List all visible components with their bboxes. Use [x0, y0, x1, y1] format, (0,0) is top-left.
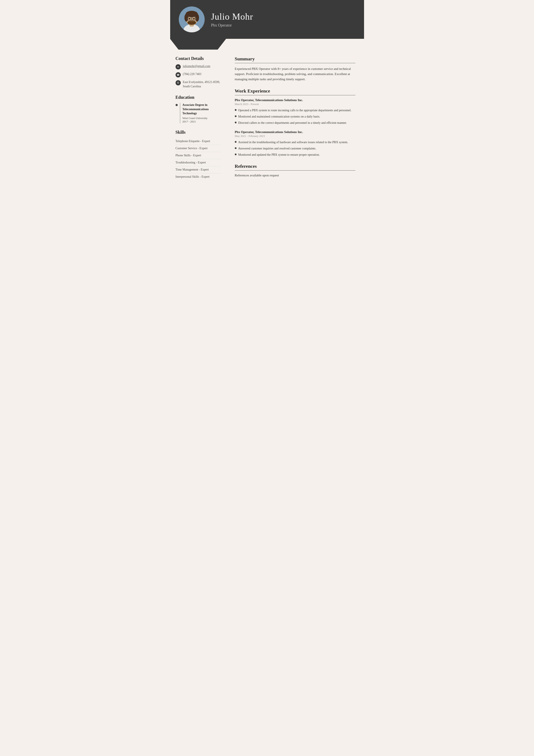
education-degree: Associate Degree in Telecommunications T… [183, 103, 221, 116]
svg-point-5 [184, 14, 188, 21]
contact-email-item: ✉ juliomohr@gmail.com [176, 64, 221, 69]
bullet-dot [235, 147, 237, 149]
work-experience-title: Work Experience [235, 88, 355, 95]
skill-item: Troubleshooting - Expert [176, 159, 221, 166]
bullet-dot [235, 115, 237, 117]
contact-phone-item: ☎ (784) 220 7403 [176, 72, 221, 77]
skill-item: Customer Service - Expert [176, 145, 221, 152]
svg-point-13 [193, 18, 195, 20]
location-icon: ⦿ [176, 80, 181, 85]
candidate-name: Julio Mohr [211, 12, 253, 22]
education-item: Associate Degree in Telecommunications T… [176, 103, 221, 123]
contact-phone: (784) 220 7403 [183, 72, 201, 76]
svg-point-14 [188, 20, 196, 25]
chevron-decoration [170, 39, 364, 50]
education-bullet [176, 104, 178, 106]
contact-address: East Evelynshire, 49121-8599, South Caro… [183, 80, 220, 88]
skills-list: Telephone Etiquette - ExpertCustomer Ser… [176, 138, 221, 180]
summary-text: Experienced PBX Operator with 8+ years o… [235, 66, 355, 82]
job-date: March 2023 - Present [235, 102, 355, 106]
skill-item: Phone Skills - Expert [176, 152, 221, 159]
job-bullets: Operated a PBX system to route incoming … [235, 108, 355, 125]
references-text: References available upon request [235, 174, 355, 177]
education-section-title: Education [176, 95, 221, 100]
job-bullet-item: Monitored and updated the PBX system to … [235, 152, 355, 157]
contact-email[interactable]: juliomohr@gmail.com [183, 64, 211, 68]
sidebar: Contact Details ✉ juliomohr@gmail.com ☎ … [170, 50, 226, 193]
bullet-dot [235, 109, 237, 111]
job-bullet-item: Answered customer inquiries and resolved… [235, 146, 355, 151]
job-item: Pbx Operator, Telecommunications Solutio… [235, 130, 355, 157]
skill-item: Telephone Etiquette - Expert [176, 138, 221, 145]
education-section: Education Associate Degree in Telecommun… [176, 95, 221, 123]
header-text: Julio Mohr Pbx Operator [211, 12, 253, 28]
bullet-dot [235, 122, 237, 123]
skill-item: Interpersonal Skills - Expert [176, 174, 221, 180]
references-section: References References available upon req… [235, 163, 355, 177]
avatar [179, 7, 205, 32]
job-bullet-item: Operated a PBX system to route incoming … [235, 108, 355, 113]
work-experience-section: Work Experience Pbx Operator, Telecommun… [235, 88, 355, 157]
email-icon: ✉ [176, 64, 181, 69]
job-bullet-item: Assisted in the troubleshooting of hardw… [235, 140, 355, 145]
job-title: Pbx Operator, Telecommunications Solutio… [235, 130, 355, 134]
job-bullet-item: Directed callers to the correct departme… [235, 121, 355, 125]
job-bullets: Assisted in the troubleshooting of hardw… [235, 140, 355, 157]
job-date: May 2021 - February 2023 [235, 134, 355, 138]
svg-point-6 [195, 14, 199, 21]
summary-section-title: Summary [235, 56, 355, 63]
contact-section-title: Contact Details [176, 56, 221, 61]
main-content: Summary Experienced PBX Operator with 8+… [226, 50, 364, 193]
job-title: Pbx Operator, Telecommunications Solutio… [235, 98, 355, 102]
header-section: Julio Mohr Pbx Operator [170, 0, 364, 39]
bullet-dot [235, 153, 237, 155]
contact-address-item: ⦿ East Evelynshire, 49121-8599, South Ca… [176, 80, 221, 88]
job-item: Pbx Operator, Telecommunications Solutio… [235, 98, 355, 125]
bullet-dot [235, 141, 237, 143]
education-school: West Coast University [183, 117, 221, 120]
candidate-title: Pbx Operator [211, 23, 253, 28]
resume-container: Julio Mohr Pbx Operator Contact Details … [170, 0, 364, 756]
skills-section-title: Skills [176, 130, 221, 135]
education-content: Associate Degree in Telecommunications T… [180, 103, 221, 123]
references-title: References [235, 163, 355, 171]
education-years: 2017 - 2021 [183, 120, 221, 123]
skill-item: Time Management - Expert [176, 166, 221, 174]
svg-point-12 [189, 18, 191, 20]
skills-section: Skills Telephone Etiquette - ExpertCusto… [176, 130, 221, 180]
summary-section: Summary Experienced PBX Operator with 8+… [235, 56, 355, 82]
phone-icon: ☎ [176, 72, 181, 77]
avatar-wrapper [179, 7, 205, 32]
chevron-shape [170, 39, 226, 50]
jobs-list: Pbx Operator, Telecommunications Solutio… [235, 98, 355, 157]
body-layout: Contact Details ✉ juliomohr@gmail.com ☎ … [170, 50, 364, 193]
contact-section: Contact Details ✉ juliomohr@gmail.com ☎ … [176, 56, 221, 88]
job-bullet-item: Monitored and maintained communication s… [235, 114, 355, 119]
